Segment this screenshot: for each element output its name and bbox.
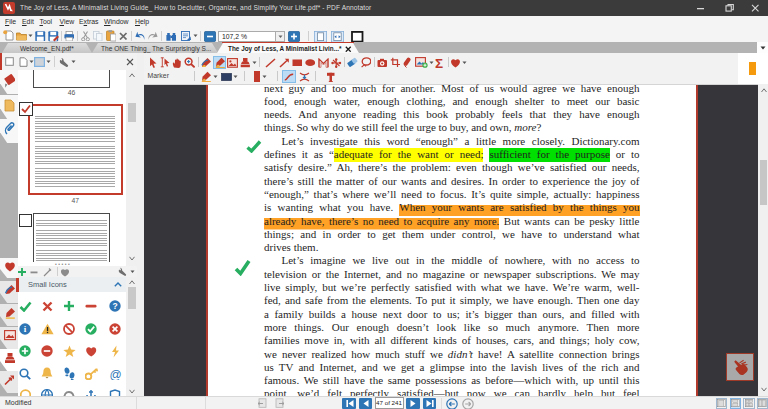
svg-text:@: @ [109, 368, 121, 380]
svg-text:?: ? [113, 301, 118, 311]
